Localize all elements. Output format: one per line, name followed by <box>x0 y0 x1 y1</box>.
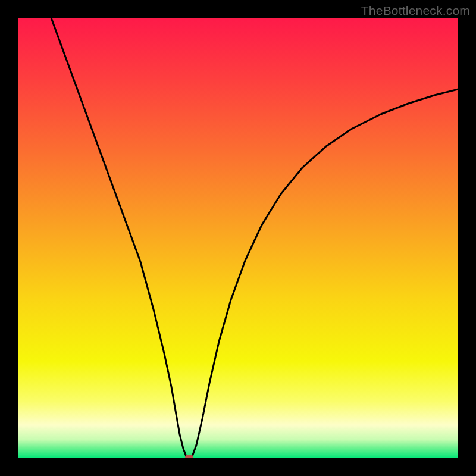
plot-svg <box>18 18 458 458</box>
chart-frame: TheBottleneck.com <box>0 0 476 476</box>
gradient-background <box>18 18 458 458</box>
watermark-text: TheBottleneck.com <box>361 4 470 18</box>
optimum-marker <box>185 455 193 458</box>
plot-area <box>18 18 458 458</box>
